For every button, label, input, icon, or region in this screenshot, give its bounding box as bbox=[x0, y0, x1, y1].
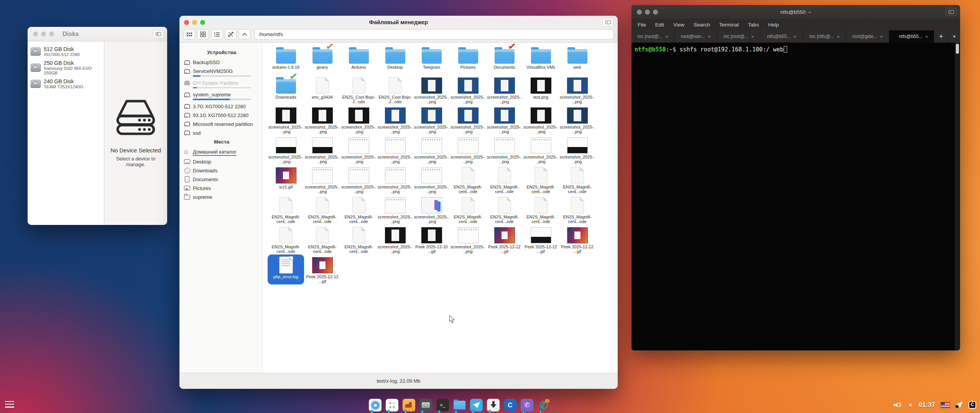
disk-device-row[interactable]: 512 GB Disk XG7000-512 2280 bbox=[28, 45, 104, 58]
file-item[interactable]: screenshot_2025-...png bbox=[268, 135, 304, 165]
terminal-scrollbar[interactable] bbox=[955, 43, 960, 350]
terminal-titlebar[interactable]: ntfs@b550: ~ bbox=[631, 5, 960, 19]
file-item[interactable]: screenshot_2025-...png bbox=[377, 195, 413, 225]
sidebar-device-item[interactable]: EFI System Partition bbox=[183, 79, 260, 91]
file-item[interactable]: Desktop bbox=[377, 45, 413, 75]
file-item[interactable]: screenshot_2025-...png bbox=[450, 225, 486, 254]
file-item[interactable]: screenshot_2025-...png bbox=[450, 75, 486, 105]
app-menu-button[interactable] bbox=[945, 8, 957, 16]
file-item[interactable]: screenshot_2025-...png bbox=[340, 165, 377, 195]
file-item[interactable]: screenshot_2025-...png bbox=[268, 105, 304, 135]
sidebar-device-item[interactable]: ServiceNVM250G bbox=[183, 67, 260, 79]
disk-device-row[interactable]: 250 GB Disk Samsung SSD 960 EVO 250GB bbox=[28, 58, 104, 77]
file-manager-titlebar[interactable]: Файловый менеджер bbox=[179, 16, 618, 29]
file-item[interactable]: screenshot_2025-...png bbox=[304, 105, 340, 135]
menu-item[interactable]: File bbox=[638, 22, 646, 28]
file-item[interactable]: screenshot_2025-...png bbox=[413, 75, 450, 105]
dock-icon[interactable] bbox=[403, 399, 415, 411]
file-item[interactable]: Peek 2025-12-12 ...gif bbox=[559, 225, 595, 254]
file-item[interactable]: Pictures bbox=[450, 45, 486, 75]
new-tab-button[interactable] bbox=[934, 30, 949, 43]
clock[interactable]: 01:37 bbox=[919, 401, 935, 409]
sidebar-device-item[interactable]: 3.7G XG7000-512 2280 bbox=[183, 102, 260, 111]
terminal-tab[interactable]: mc [root@... bbox=[717, 30, 760, 43]
file-item[interactable]: Arduino bbox=[340, 45, 377, 75]
dock-icon[interactable] bbox=[436, 399, 449, 411]
terminal-tab[interactable]: root@nan... bbox=[674, 30, 717, 43]
minimize-button[interactable] bbox=[192, 20, 197, 25]
file-item[interactable]: EN2S_Magnifi-cent...ode bbox=[523, 195, 559, 225]
file-item[interactable]: screenshot_2025-...png bbox=[486, 105, 523, 135]
tab-close-icon[interactable] bbox=[837, 34, 840, 39]
terminal-tab[interactable]: ntfs@b55... bbox=[889, 30, 938, 43]
file-item[interactable]: EN2S_Magnifi-cent...ode bbox=[450, 195, 486, 225]
terminal-tab[interactable]: mc [ntfs@... bbox=[803, 30, 846, 43]
tab-close-icon[interactable] bbox=[665, 34, 668, 39]
maximize-button[interactable] bbox=[200, 20, 205, 25]
file-item[interactable]: screenshot_2025-...png bbox=[486, 135, 523, 165]
dock-icon[interactable] bbox=[538, 399, 550, 411]
menu-item[interactable]: Tabs bbox=[748, 22, 759, 28]
file-item[interactable]: geany bbox=[304, 45, 340, 75]
file-item[interactable]: screenshot_2025-...png bbox=[450, 105, 486, 135]
terminal-tab[interactable]: ntfs@b55... bbox=[760, 30, 803, 43]
sidebar-place-item[interactable]: supreme bbox=[183, 193, 260, 202]
file-item[interactable]: screenshot_2025-...png bbox=[377, 225, 413, 254]
tab-close-icon[interactable] bbox=[708, 34, 711, 39]
file-item[interactable]: EN2S_Magnifi-cent...ode bbox=[340, 195, 377, 225]
file-item[interactable]: screenshot_2025-...png bbox=[377, 105, 413, 135]
sidebar-place-item[interactable]: Desktop bbox=[183, 157, 260, 166]
disks-titlebar[interactable]: Disks bbox=[28, 27, 167, 41]
file-item[interactable]: EN2S_Magnifi-cent...ode bbox=[559, 195, 595, 225]
file-item[interactable]: EN2S_Magnifi-cent...ode bbox=[523, 165, 559, 195]
maximize-button[interactable] bbox=[653, 10, 658, 15]
tab-close-icon[interactable] bbox=[751, 34, 754, 39]
menu-item[interactable]: Terminal bbox=[719, 22, 739, 28]
file-item[interactable]: EN2S_Cool Bojo-J...ode bbox=[340, 75, 377, 105]
file-item[interactable]: EN2S_Magnifi-cent...ode bbox=[268, 225, 304, 254]
telegram-tray-icon[interactable] bbox=[955, 401, 963, 408]
close-button[interactable] bbox=[33, 31, 38, 36]
menu-item[interactable]: Search bbox=[694, 22, 710, 28]
file-item[interactable]: EN2S_Magnifi-cent...ode bbox=[486, 195, 523, 225]
file-item[interactable]: EN2S_Magnifi-cent...ode bbox=[268, 195, 304, 225]
scrollbar-handle[interactable] bbox=[956, 44, 959, 54]
file-item[interactable]: EN2S_Magnifi-cent...ode bbox=[304, 195, 340, 225]
app-launcher-icon[interactable] bbox=[5, 401, 14, 408]
file-item[interactable]: EN2S_Cool Bojo-J...ode bbox=[377, 75, 413, 105]
dock-icon[interactable] bbox=[521, 399, 533, 411]
sidebar-device-item[interactable]: system_supreme bbox=[183, 90, 260, 102]
close-button[interactable] bbox=[184, 20, 189, 25]
tree-view-button[interactable] bbox=[225, 29, 237, 40]
file-item[interactable]: screenshot_2025-...png bbox=[450, 135, 486, 165]
file-item[interactable]: EN2S_Magnifi-cent...ode bbox=[486, 165, 523, 195]
menu-item[interactable]: Edit bbox=[655, 22, 664, 28]
file-item[interactable]: env_g3434 bbox=[304, 75, 340, 105]
file-item[interactable]: EN2S_Magnifi-cent...ode bbox=[450, 165, 486, 195]
sidebar-place-item[interactable]: Downloads bbox=[183, 166, 260, 175]
file-item[interactable]: screenshot_2025-...png bbox=[486, 75, 523, 105]
file-item[interactable]: php_error.log bbox=[268, 254, 304, 284]
terminal-tab[interactable]: root@gide... bbox=[846, 30, 889, 43]
file-item[interactable]: screenshot_2025-...png bbox=[340, 105, 377, 135]
file-item[interactable]: screenshot_2025-...png bbox=[304, 135, 340, 165]
file-item[interactable]: screenshot_2025-...png bbox=[413, 165, 450, 195]
file-item[interactable]: arduino-1.8.19 bbox=[268, 45, 304, 75]
file-item[interactable]: Peek 2025-12-12 ...gif bbox=[523, 225, 559, 254]
volume-icon[interactable] bbox=[894, 401, 902, 408]
file-item[interactable]: screenshot_2025-...png bbox=[523, 105, 559, 135]
go-up-button[interactable] bbox=[238, 29, 250, 40]
sidebar-device-item[interactable]: BackupSSD bbox=[183, 58, 260, 67]
list-view-button[interactable] bbox=[211, 29, 223, 40]
close-button[interactable] bbox=[637, 10, 642, 15]
file-item[interactable]: screenshot_2025-...png bbox=[413, 195, 450, 225]
sidebar-device-item[interactable]: 93.1G XG7000-512 2280 bbox=[183, 111, 260, 120]
file-item[interactable]: screenshot_2025-...png bbox=[340, 135, 377, 165]
minimize-button[interactable] bbox=[645, 10, 650, 15]
sidebar-device-item[interactable]: Microsoft reserved partition bbox=[183, 120, 260, 129]
tab-close-icon[interactable] bbox=[880, 34, 883, 39]
file-item[interactable]: screenshot_2025-...png bbox=[413, 105, 450, 135]
tab-list-dropdown[interactable] bbox=[949, 30, 960, 43]
file-item[interactable]: screenshot_2025-...png bbox=[559, 105, 595, 135]
dock-icon[interactable] bbox=[470, 399, 483, 411]
